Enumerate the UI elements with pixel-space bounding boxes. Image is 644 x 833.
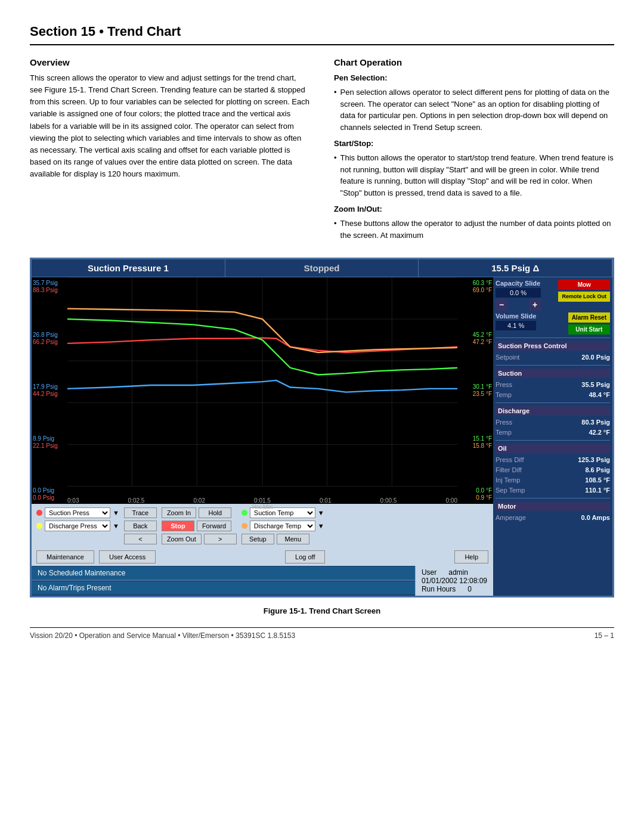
forward-button[interactable]: Forward	[197, 521, 231, 531]
filter-diff-row: Filter Diff 8.6 Psig	[496, 466, 610, 473]
status-bottom: No Scheduled Maintenance No Alarm/Trips …	[32, 566, 493, 596]
bottom-bar: Maintenance User Access Log off Help	[32, 548, 493, 566]
screen-title-suction: Suction Pressure 1	[32, 259, 225, 277]
x-axis-labels: 0:03 0:02.5 0:02 0:01.5Hrs:Min 0:01 0:00…	[67, 497, 457, 504]
discharge-press-select[interactable]: Discharge Press	[45, 521, 110, 531]
alarm-reset-button[interactable]: Alarm Reset	[568, 312, 610, 323]
press-diff-value: 125.3 Psig	[578, 456, 610, 463]
screen-status-stopped: Stopped	[225, 259, 419, 277]
motor-header: Motor	[496, 501, 610, 511]
remote-lockout-button[interactable]: Remote Lock Out	[558, 292, 610, 302]
setpoint-value: 20.0 Psig	[581, 354, 610, 361]
user-label: User	[422, 568, 436, 577]
suction-press-control-header: Suction Press Control	[496, 341, 610, 351]
menu-button[interactable]: Menu	[277, 534, 309, 544]
zoom-in-row: Zoom In Hold	[162, 507, 237, 518]
volume-slide-section: Volume Slide 4.1 % Alarm Reset Unit Star…	[496, 312, 610, 335]
log-off-button[interactable]: Log off	[285, 550, 325, 563]
datetime: 01/01/2002 12:08:09	[422, 577, 487, 585]
inj-temp-row: Inj Temp 108.5 °F	[496, 476, 610, 484]
footer-right: 15 – 1	[595, 631, 614, 640]
suction-temp-value: 48.4 °F	[589, 391, 610, 398]
capacity-slide-ctrl: − +	[496, 299, 541, 311]
chart-area: 35.7 Psig 88.3 Psig 26.8 Psig 66.2 Psig …	[32, 277, 493, 504]
capacity-slide-section: Capacity Slide 0.0 % − + Mow Remote Lock…	[496, 280, 610, 311]
user-value: admin	[448, 568, 468, 577]
amperage-label: Amperage	[496, 514, 526, 521]
pen-selection-label: Pen Selection:	[334, 72, 614, 84]
y-label-right-3: 30.1 °F 23.5 °F	[473, 383, 492, 398]
capacity-plus-button[interactable]: +	[529, 299, 541, 311]
stop-row: Stop Forward	[162, 521, 237, 531]
y-label-4: 8.9 Psig 22.1 Psig	[33, 435, 58, 450]
back-row: Back	[124, 521, 157, 531]
stop-button[interactable]: Stop	[162, 521, 194, 531]
figure-caption: Figure 15-1. Trend Chart Screen	[30, 606, 614, 615]
volume-value: 4.1 %	[496, 321, 536, 330]
discharge-press-value: 80.3 Psig	[581, 419, 610, 426]
trend-chart-screen: Suction Pressure 1 Stopped 15.5 Psig Δ 3…	[30, 258, 614, 597]
sep-temp-row: Sep Temp 110.1 °F	[496, 487, 610, 494]
unit-start-button[interactable]: Unit Start	[568, 324, 610, 335]
run-hours-label: Run Hours	[422, 585, 456, 593]
divider-2	[496, 365, 610, 366]
discharge-temp-select[interactable]: Discharge Temp	[250, 521, 315, 531]
y-label-right-2: 45.2 °F 47.2 °F	[473, 332, 492, 346]
pen-row-4: Discharge Temp ▼	[242, 521, 324, 531]
status-divider	[32, 580, 415, 581]
start-stop-label: Start/Stop:	[334, 138, 614, 150]
hold-button[interactable]: Hold	[199, 507, 231, 518]
suction-press-select[interactable]: Suction Press	[45, 507, 110, 518]
chevron-down-icon: ▼	[113, 509, 119, 516]
filter-diff-label: Filter Diff	[496, 466, 522, 473]
zoom-buttons: Zoom In Hold Stop Forward Zoom Out >	[162, 507, 237, 544]
sep-temp-value: 110.1 °F	[585, 487, 610, 494]
suction-press-row: Press 35.5 Psig	[496, 381, 610, 388]
user-access-button[interactable]: User Access	[99, 550, 156, 563]
mow-button[interactable]: Mow	[558, 280, 610, 290]
pen-selection-body: Pen selection allows operator to select …	[334, 86, 614, 133]
discharge-temp-label: Temp	[496, 429, 512, 436]
inj-temp-label: Inj Temp	[496, 476, 520, 484]
suction-press-dot	[36, 510, 42, 516]
pen-selects-left: Suction Press ▼ Discharge Press ▼	[36, 507, 119, 531]
zoom-in-button[interactable]: Zoom In	[162, 507, 196, 518]
trace-button[interactable]: Trace	[124, 507, 157, 518]
suction-temp-row: Temp 48.4 °F	[496, 391, 610, 398]
start-stop-body: This button allows the operator to start…	[334, 152, 614, 199]
amperage-value: 0.0 Amps	[581, 514, 610, 521]
back-button[interactable]: Back	[124, 521, 157, 531]
amperage-row: Amperage 0.0 Amps	[496, 514, 610, 521]
y-label-1: 35.7 Psig 88.3 Psig	[33, 280, 58, 294]
maintenance-button[interactable]: Maintenance	[36, 550, 94, 563]
y-axis-left: 35.7 Psig 88.3 Psig 26.8 Psig 66.2 Psig …	[33, 277, 58, 504]
screen-top-bar: Suction Pressure 1 Stopped 15.5 Psig Δ	[32, 259, 612, 277]
less-button[interactable]: <	[124, 534, 157, 544]
less-row: <	[124, 534, 157, 544]
zoom-out-button[interactable]: Zoom Out	[162, 534, 202, 544]
setpoint-row: Setpoint 20.0 Psig	[496, 354, 610, 361]
help-button[interactable]: Help	[454, 550, 488, 563]
setup-button[interactable]: Setup	[242, 534, 274, 544]
section-title: Section 15 • Trend Chart	[30, 24, 614, 45]
divider-4	[496, 440, 610, 441]
y-axis-right: 60.3 °F 69.0 °F 45.2 °F 47.2 °F 30.1 °F …	[473, 277, 492, 504]
suction-header: Suction	[496, 368, 610, 378]
discharge-temp-dot	[242, 523, 247, 529]
capacity-value: 0.0 %	[496, 288, 541, 298]
right-sidebar: Capacity Slide 0.0 % − + Mow Remote Lock…	[493, 277, 612, 596]
volume-slide-label: Volume Slide	[496, 312, 536, 320]
discharge-press-label: Press	[496, 419, 512, 426]
y-label-right-1: 60.3 °F 69.0 °F	[473, 280, 492, 294]
greater-button[interactable]: >	[204, 534, 237, 544]
chevron-down-icon-2: ▼	[113, 522, 119, 529]
footer-left: Vission 20/20 • Operation and Service Ma…	[30, 631, 295, 640]
status-left: No Scheduled Maintenance No Alarm/Trips …	[32, 566, 415, 596]
capacity-slide-label: Capacity Slide	[496, 280, 541, 287]
divider-3	[496, 402, 610, 403]
capacity-minus-button[interactable]: −	[496, 299, 507, 311]
filter-diff-value: 8.6 Psig	[585, 466, 610, 473]
trace-row: Trace	[124, 507, 157, 518]
discharge-temp-row: Temp 42.2 °F	[496, 429, 610, 436]
press-diff-label: Press Diff	[496, 456, 524, 463]
